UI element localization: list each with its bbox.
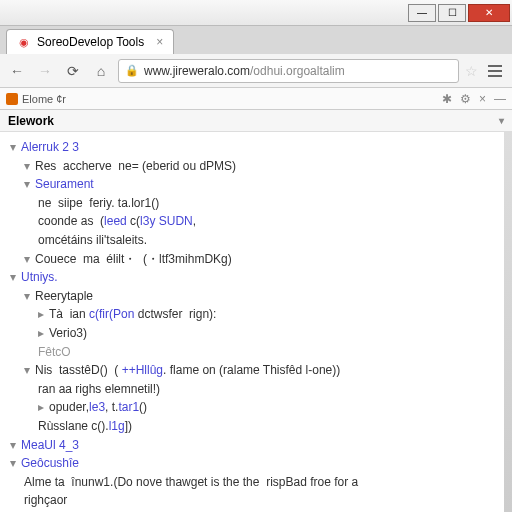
- expand-icon[interactable]: ▾: [10, 138, 21, 157]
- url-input[interactable]: 🔒 www.jireweralo.com /odhui.org oaltalim: [118, 59, 459, 83]
- expand-icon[interactable]: ▾: [10, 436, 21, 455]
- panel-title: Elework: [8, 114, 54, 128]
- code-line: ne siipe feriy. ta.lor1(): [10, 194, 502, 213]
- tab-title: SoreoDevelop Tools: [37, 35, 144, 49]
- devtools-settings-icon[interactable]: ✱: [442, 92, 452, 106]
- code-line: Alerruk 2 3: [21, 140, 79, 154]
- devtools-gear-icon[interactable]: ⚙: [460, 92, 471, 106]
- code-line: MeaUl 4_3: [21, 438, 79, 452]
- tab-favicon-icon: ◉: [17, 35, 31, 49]
- code-line: Geôcushîe: [21, 456, 79, 470]
- devtools-close-icon[interactable]: ×: [479, 92, 486, 106]
- url-query: oaltalim: [303, 64, 344, 78]
- code-line: Utniys.: [21, 270, 58, 284]
- lock-icon: 🔒: [125, 64, 139, 77]
- url-path: /odhui.org: [250, 64, 303, 78]
- expand-icon[interactable]: ▾: [10, 454, 21, 473]
- expand-icon[interactable]: ▾: [24, 175, 35, 194]
- code-line: Rùsslane c().l1g]): [10, 417, 502, 436]
- chevron-down-icon: ▾: [499, 115, 504, 126]
- code-line: Nis tasstêD() ( ++Hllûg. flame on (ralam…: [35, 363, 340, 377]
- devtools-minimize-icon[interactable]: —: [494, 92, 506, 106]
- tab-close-icon[interactable]: ×: [156, 35, 163, 49]
- expand-icon[interactable]: ▾: [24, 157, 35, 176]
- code-line: Tà ian c(fir(Pon dctwsfer rign):: [49, 307, 216, 321]
- bookmark-star-icon[interactable]: ☆: [465, 63, 478, 79]
- window-titlebar: — ☐ ✕: [0, 0, 512, 26]
- panel-header[interactable]: Elework ▾: [0, 110, 512, 132]
- code-line: Res accherve ne= (eberid ou dPMS): [35, 159, 236, 173]
- code-line: Alme ta înunw1.(Do nove thawget is the t…: [10, 473, 502, 492]
- expand-icon[interactable]: ▸: [38, 398, 49, 417]
- devtools-tab-elements[interactable]: Elome ¢r: [6, 93, 66, 105]
- code-line: opuder,le3, t.tar1(): [49, 400, 147, 414]
- code-line: omcétáins ili'tsaleits.: [10, 231, 502, 250]
- code-panel: ▾Alerruk 2 3 ▾Res accherve ne= (eberid o…: [0, 132, 512, 512]
- expand-icon[interactable]: ▾: [24, 287, 35, 306]
- code-line: Couece ma élilt・ (・ltf3mihmDKg): [35, 252, 232, 266]
- devtools-tab-label: Elome ¢r: [22, 93, 66, 105]
- window-close-button[interactable]: ✕: [468, 4, 510, 22]
- code-line: ran aa righs elemnetil!): [10, 380, 502, 399]
- url-domain: www.jireweralo.com: [144, 64, 250, 78]
- code-line: Verio3): [49, 326, 87, 340]
- scrollbar[interactable]: [504, 132, 512, 512]
- reload-button[interactable]: ⟳: [62, 60, 84, 82]
- expand-icon[interactable]: ▾: [24, 361, 35, 380]
- code-line: Reerytaple: [35, 289, 93, 303]
- code-line: FêtcO: [10, 343, 502, 362]
- window-minimize-button[interactable]: —: [408, 4, 436, 22]
- devtools-tabbar: Elome ¢r ✱ ⚙ × —: [0, 88, 512, 110]
- expand-icon[interactable]: ▾: [10, 268, 21, 287]
- address-bar: ← → ⟳ ⌂ 🔒 www.jireweralo.com /odhui.org …: [0, 54, 512, 88]
- browser-tab[interactable]: ◉ SoreoDevelop Tools ×: [6, 29, 174, 54]
- forward-button[interactable]: →: [34, 60, 56, 82]
- home-button[interactable]: ⌂: [90, 60, 112, 82]
- back-button[interactable]: ←: [6, 60, 28, 82]
- code-line: coonde as (leed c(l3y SUDN,: [10, 212, 502, 231]
- browser-menu-icon[interactable]: [484, 60, 506, 82]
- code-line: righçaor: [10, 491, 502, 510]
- code-line: Seurament: [35, 177, 94, 191]
- expand-icon[interactable]: ▸: [38, 305, 49, 324]
- devtools-tab-icon: [6, 93, 18, 105]
- window-maximize-button[interactable]: ☐: [438, 4, 466, 22]
- expand-icon[interactable]: ▸: [38, 324, 49, 343]
- expand-icon[interactable]: ▾: [24, 250, 35, 269]
- browser-tabbar: ◉ SoreoDevelop Tools ×: [0, 26, 512, 54]
